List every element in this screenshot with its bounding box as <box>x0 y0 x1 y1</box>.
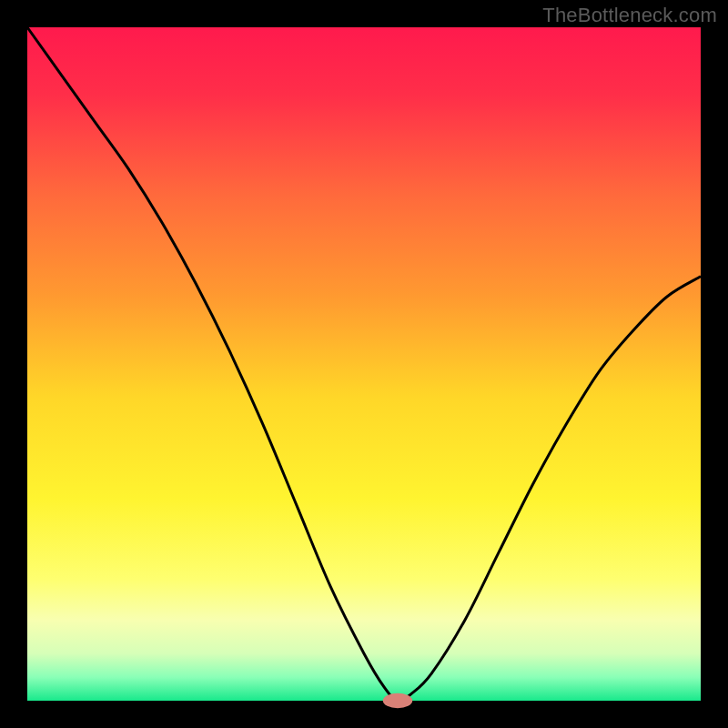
plot-background-gradient <box>27 27 701 701</box>
optimum-marker <box>383 693 413 708</box>
bottleneck-chart <box>0 0 728 728</box>
